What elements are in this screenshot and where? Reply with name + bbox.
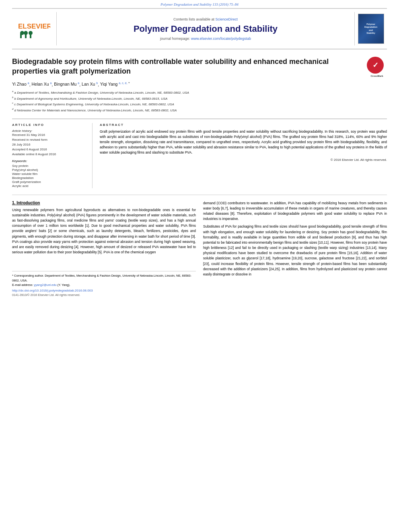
- keyword-1: Soy protein: [12, 164, 87, 168]
- keyword-5: Graft polymerization: [12, 180, 87, 184]
- keyword-4: Biodegradation: [12, 176, 87, 180]
- abstract-col: ABSTRACT Graft polymerization of acrylic…: [100, 123, 387, 188]
- history-received: Received 31 May 2016: [12, 133, 87, 137]
- crossmark-label: CrossMark: [367, 74, 387, 78]
- corresponding-author-note: * Corresponding author. Department of Te…: [12, 273, 196, 283]
- history-accepted: Accepted 6 August 2016: [12, 148, 87, 151]
- journal-title-header: Polymer Degradation and Stability: [134, 24, 278, 34]
- footnote-section: * Corresponding author. Department of Te…: [12, 271, 196, 297]
- page-wrapper: Polymer Degradation and Stability 133 (2…: [0, 0, 399, 532]
- article-title-text: Biodegradable soy protein films with con…: [12, 58, 329, 75]
- header-right: PolymerDegradationandStability: [355, 12, 387, 45]
- article-history: Article history: Received 31 May 2016 Re…: [12, 129, 87, 156]
- cover-title: PolymerDegradationandStability: [364, 23, 377, 35]
- keyword-2: Poly(vinyl alcohol): [12, 168, 87, 172]
- email-suffix: (Y. Yang).: [58, 283, 70, 287]
- author-lan-xu: Lan Xu b: [82, 82, 98, 86]
- info-abstract-section: ARTICLE INFO Article history: Received 3…: [12, 119, 387, 188]
- email-note: E-mail address: yyang2@unl.edu (Y. Yang)…: [12, 283, 196, 287]
- header-section: ELSEVIER Contents lists available at Sci…: [12, 8, 387, 49]
- abstract-text: Graft polymerization of acrylic acid end…: [100, 129, 387, 156]
- keywords-section: Keywords: Soy protein Poly(vinyl alcohol…: [12, 159, 87, 188]
- body-col-right: demand (COD) contributors to wastewater.…: [203, 201, 387, 297]
- abstract-header: ABSTRACT: [100, 123, 387, 127]
- affil-c: c c Department of Biological Systems Eng…: [12, 101, 387, 107]
- homepage-label: journal homepage:: [160, 37, 190, 41]
- issn-line: 0141-3910/© 2016 Elsevier Ltd. All right…: [12, 293, 196, 297]
- authors-line: Yi Zhao a, Helan Xu a, Bingnan Mu a, Lan…: [12, 81, 387, 87]
- crossmark-icon: ✓: [372, 60, 378, 70]
- email-link[interactable]: yyang2@unl.edu: [34, 283, 56, 287]
- contents-line: Contents lists available at ScienceDirec…: [173, 17, 238, 21]
- svg-point-6: [29, 31, 33, 35]
- article-content: Biodegradable soy protein films with con…: [12, 49, 387, 297]
- intro-para-2: demand (COD) contributors to wastewater.…: [203, 201, 387, 222]
- affil-b: b b Department of Agronomy and Horticult…: [12, 96, 387, 101]
- homepage-url[interactable]: www.elsevier.com/locate/polydegstab: [191, 37, 251, 41]
- email-label: E-mail address:: [12, 283, 33, 287]
- header-left: ELSEVIER: [12, 12, 56, 45]
- article-title-section: Biodegradable soy protein films with con…: [12, 57, 387, 76]
- svg-point-4: [24, 31, 28, 35]
- sciencedirect-link[interactable]: ScienceDirect: [216, 17, 238, 21]
- author-yi-zhao: Yi Zhao a: [12, 82, 29, 86]
- intro-para-1: Using renewable polymers from agricultur…: [12, 207, 196, 255]
- author-helan-xu: Helan Xu a: [31, 82, 51, 86]
- keyword-6: Acrylic acid: [12, 184, 87, 188]
- history-revised-label: Received in revised form: [12, 138, 87, 142]
- doi-line[interactable]: http://dx.doi.org/10.1016/j.polymdegrads…: [12, 289, 196, 292]
- article-info-header: ARTICLE INFO: [12, 123, 87, 127]
- elsevier-emblem: [20, 31, 48, 38]
- body-col-left: 1. Introduction Using renewable polymers…: [12, 201, 196, 297]
- affil-a: a a Department of Textiles, Merchandisin…: [12, 90, 387, 95]
- copyright-line: © 2016 Elsevier Ltd. All rights reserved…: [100, 158, 387, 162]
- author-bingnan-mu: Bingnan Mu a: [54, 82, 79, 86]
- keyword-3: Water soluble film: [12, 172, 87, 176]
- body-section: 1. Introduction Using renewable polymers…: [12, 195, 387, 297]
- history-online: Available online 8 August 2016: [12, 152, 87, 156]
- intro-para-3: Substitutes of PVA for packaging films a…: [203, 224, 387, 277]
- journal-cover-mini: PolymerDegradationandStability: [358, 14, 384, 44]
- journal-ref-bar: Polymer Degradation and Stability 133 (2…: [0, 0, 399, 8]
- svg-text:ELSEVIER: ELSEVIER: [18, 22, 50, 30]
- journal-homepage-line: journal homepage: www.elsevier.com/locat…: [160, 37, 251, 41]
- affiliations-section: a a Department of Textiles, Merchandisin…: [12, 90, 387, 113]
- history-revised-date: 28 July 2016: [12, 143, 87, 146]
- history-label: Article history:: [12, 129, 87, 133]
- contents-label: Contents lists available at: [173, 17, 214, 21]
- footnote-area: * Corresponding author. Department of Te…: [12, 271, 196, 287]
- intro-section-title: 1. Introduction: [12, 201, 196, 205]
- author-yiqi-yang: Yiqi Yang a, c, d, *: [100, 82, 130, 86]
- crossmark-circle: ✓: [367, 57, 384, 74]
- crossmark-badge[interactable]: ✓ CrossMark: [367, 57, 387, 77]
- journal-ref-text: Polymer Degradation and Stability 133 (2…: [160, 2, 238, 6]
- keywords-label: Keywords:: [12, 159, 87, 163]
- article-info-col: ARTICLE INFO Article history: Received 3…: [12, 123, 93, 188]
- elsevier-logo-svg: ELSEVIER: [18, 20, 50, 31]
- header-center: Contents lists available at ScienceDirec…: [56, 12, 355, 45]
- svg-point-2: [20, 31, 24, 35]
- affil-d: d d Nebraska Center for Materials and Na…: [12, 107, 387, 113]
